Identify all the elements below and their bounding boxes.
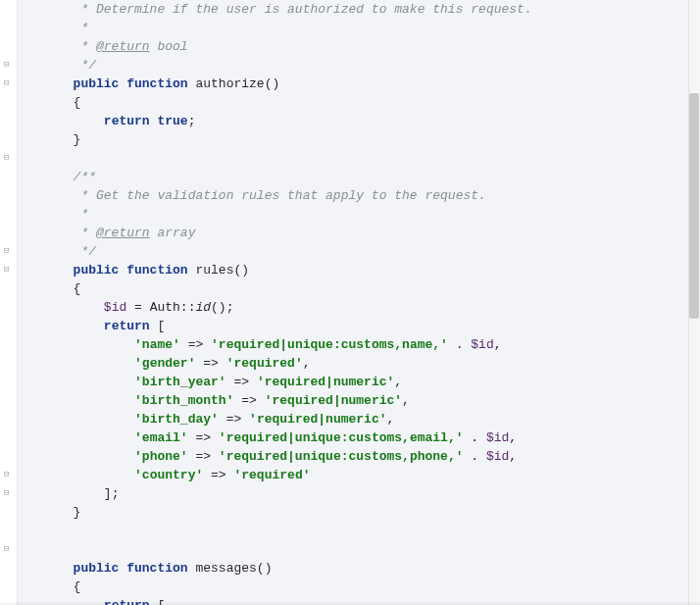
code-line[interactable] xyxy=(20,540,699,559)
code-line[interactable]: 'gender' => 'required', xyxy=(20,354,699,373)
code-line[interactable]: 'birth_day' => 'required|numeric', xyxy=(20,410,699,429)
code-line[interactable]: return [ xyxy=(20,317,699,335)
code-line[interactable] xyxy=(20,149,699,168)
code-line[interactable]: * Get the validation rules that apply to… xyxy=(20,186,699,205)
code-line[interactable]: 'phone' => 'required|unique:customs,phon… xyxy=(20,447,699,466)
code-line[interactable]: 'name' => 'required|unique:customs,name,… xyxy=(20,335,699,354)
code-area[interactable]: * Determine if the user is authorized to… xyxy=(18,0,699,605)
code-line[interactable]: * xyxy=(20,205,699,224)
code-line[interactable]: 'birth_year' => 'required|numeric', xyxy=(20,373,699,391)
code-line[interactable]: 'country' => 'required' xyxy=(20,466,699,484)
code-line[interactable]: return true; xyxy=(20,112,699,130)
fold-gutter[interactable]: ⊟⊟⊟⊟⊟⊟⊟⊟ xyxy=(0,0,18,605)
code-line[interactable]: * Determine if the user is authorized to… xyxy=(20,0,699,19)
fold-marker-icon[interactable]: ⊟ xyxy=(4,247,13,256)
bottom-shadow xyxy=(0,601,700,605)
code-line[interactable]: /** xyxy=(20,168,699,186)
fold-marker-icon[interactable]: ⊟ xyxy=(4,79,13,88)
code-line[interactable]: } xyxy=(20,130,699,149)
code-line[interactable]: } xyxy=(20,503,699,522)
vertical-scrollbar-thumb[interactable] xyxy=(689,93,699,319)
code-line[interactable]: { xyxy=(20,578,699,596)
fold-marker-icon[interactable]: ⊟ xyxy=(4,471,13,479)
code-line[interactable]: public function messages() xyxy=(20,559,699,578)
code-line[interactable]: * xyxy=(20,19,699,37)
fold-marker-icon[interactable]: ⊟ xyxy=(4,154,13,163)
code-line[interactable] xyxy=(20,522,699,540)
code-line[interactable]: 'birth_month' => 'required|numeric', xyxy=(20,391,699,410)
code-line[interactable]: public function authorize() xyxy=(20,75,699,93)
vertical-scrollbar-track[interactable] xyxy=(688,0,700,605)
fold-marker-icon[interactable]: ⊟ xyxy=(4,61,13,70)
code-line[interactable]: ]; xyxy=(20,484,699,503)
code-line[interactable]: $id = Auth::id(); xyxy=(20,298,699,317)
code-line[interactable]: * @return bool xyxy=(20,37,699,56)
fold-marker-icon[interactable]: ⊟ xyxy=(4,489,13,498)
code-line[interactable]: { xyxy=(20,279,699,298)
code-line[interactable]: public function rules() xyxy=(20,261,699,279)
code-line[interactable]: * @return array xyxy=(20,224,699,242)
code-editor[interactable]: ⊟⊟⊟⊟⊟⊟⊟⊟ * Determine if the user is auth… xyxy=(0,0,700,605)
code-line[interactable]: 'email' => 'required|unique:customs,emai… xyxy=(20,429,699,447)
fold-marker-icon[interactable]: ⊟ xyxy=(4,545,13,554)
code-line[interactable]: */ xyxy=(20,242,699,261)
fold-marker-icon[interactable]: ⊟ xyxy=(4,266,13,275)
code-line[interactable]: { xyxy=(20,93,699,112)
code-line[interactable]: */ xyxy=(20,56,699,75)
